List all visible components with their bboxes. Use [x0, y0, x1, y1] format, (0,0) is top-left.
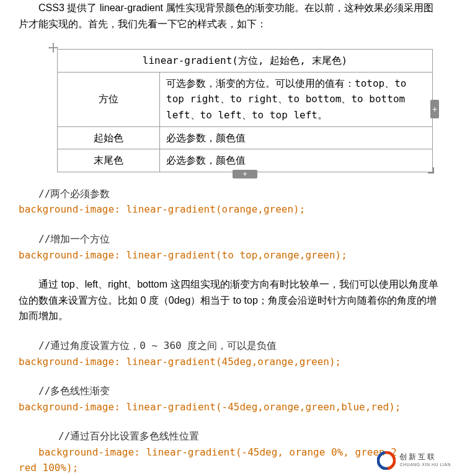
code-comment: //两个必须参数	[38, 188, 110, 200]
logo-text: 创新互联	[399, 453, 451, 461]
param-desc-cell: 必选参数，颜色值	[160, 126, 433, 149]
table-widget: linear-gradient(方位, 起始色, 末尾色) 方位 可选参数，渐变…	[57, 49, 433, 172]
param-desc-cell: 可选参数，渐变的方位。可以使用的值有：totop、to top right、to…	[160, 72, 433, 126]
resize-handle-icon[interactable]	[427, 166, 434, 174]
code-line: background-image: linear-gradient(-45deg…	[38, 446, 397, 458]
table-row: 方位 可选参数，渐变的方位。可以使用的值有：totop、to top right…	[58, 72, 433, 126]
code-line: background-image: linear-gradient(to top…	[19, 249, 347, 261]
table-header-cell: linear-gradient(方位, 起始色, 末尾色)	[58, 50, 433, 73]
logo-subtext: CHUANG XIN HU LIAN	[399, 461, 451, 468]
code-line: background-image: linear-gradient(orange…	[19, 203, 305, 215]
table-row: linear-gradient(方位, 起始色, 末尾色)	[58, 50, 433, 73]
table-row: 末尾色 必选参数，颜色值	[58, 149, 433, 172]
param-name-cell: 起始色	[58, 126, 160, 149]
param-name-cell: 方位	[58, 72, 160, 126]
code-block: //通过角度设置方位，0 ~ 360 度之间，可以是负值 background-…	[19, 338, 438, 369]
code-line: background-image: linear-gradient(45deg,…	[19, 356, 341, 368]
param-name-cell: 末尾色	[58, 149, 160, 172]
code-comment: //多色线性渐变	[38, 385, 110, 397]
logo-icon	[377, 451, 396, 470]
code-block: //增加一个方位 background-image: linear-gradie…	[19, 231, 438, 263]
table-row: 起始色 必选参数，颜色值	[58, 126, 433, 149]
code-line: background-image: linear-gradient(-45deg…	[19, 401, 401, 413]
add-row-icon[interactable]: +	[233, 170, 257, 178]
code-block: //两个必须参数 background-image: linear-gradie…	[19, 186, 438, 218]
brand-logo: 创新互联 CHUANG XIN HU LIAN	[377, 451, 451, 470]
article-body: CSS3 提供了 linear-gradient 属性实现背景颜色的渐变功能。在…	[0, 0, 457, 476]
intro-paragraph: CSS3 提供了 linear-gradient 属性实现背景颜色的渐变功能。在…	[19, 0, 438, 32]
code-comment: //通过百分比设置多色线性位置	[58, 430, 199, 442]
logo-text-wrap: 创新互联 CHUANG XIN HU LIAN	[399, 453, 451, 468]
param-desc-cell: 必选参数，颜色值	[160, 149, 433, 172]
code-line: red 100%);	[19, 462, 78, 474]
move-handle-icon[interactable]	[48, 43, 58, 53]
code-block: //多色线性渐变 background-image: linear-gradie…	[19, 383, 438, 415]
syntax-table: linear-gradient(方位, 起始色, 末尾色) 方位 可选参数，渐变…	[57, 49, 433, 172]
add-column-icon[interactable]: +	[430, 100, 439, 118]
explain-paragraph: 通过 top、left、right、bottom 这四组实现的渐变方向有时比较单…	[19, 276, 438, 324]
code-block: //通过百分比设置多色线性位置 background-image: linear…	[19, 428, 438, 476]
code-comment: //增加一个方位	[38, 233, 110, 245]
code-comment: //通过角度设置方位，0 ~ 360 度之间，可以是负值	[38, 340, 277, 351]
